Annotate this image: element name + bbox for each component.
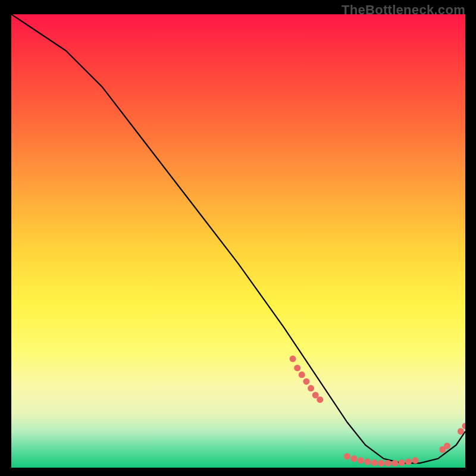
data-point [317, 396, 323, 403]
data-point [294, 365, 300, 371]
data-point [462, 422, 466, 429]
data-point [378, 460, 384, 466]
data-point [299, 371, 305, 378]
data-point [405, 459, 412, 465]
data-point [303, 378, 309, 385]
data-point [308, 385, 314, 392]
data-point [399, 459, 405, 466]
data-point [351, 455, 358, 462]
data-point [344, 453, 350, 460]
data-point [290, 356, 296, 362]
data-point [412, 457, 419, 464]
scatter-dots [290, 356, 465, 466]
data-point [385, 460, 392, 466]
data-point [458, 428, 464, 435]
plot-area [11, 14, 465, 468]
main-curve [11, 14, 465, 463]
data-point [444, 443, 450, 449]
data-point [392, 460, 398, 466]
data-point [371, 459, 378, 466]
chart-svg [11, 14, 465, 468]
data-point [365, 459, 371, 465]
data-point [358, 457, 364, 464]
chart-stage: TheBottleneck.com [0, 0, 476, 476]
